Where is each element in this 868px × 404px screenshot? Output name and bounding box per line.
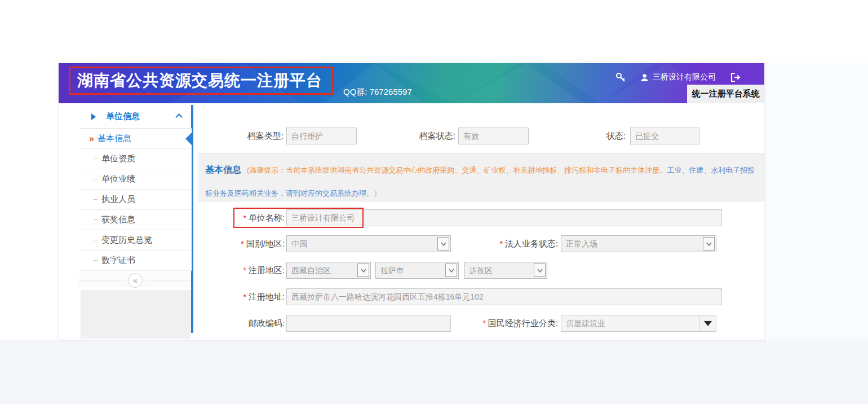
city-value: 拉萨市 — [380, 266, 404, 275]
region-city-select[interactable]: 拉萨市 — [375, 262, 459, 279]
chevron-down-icon — [445, 264, 457, 277]
sidebar-item-unit-qualification[interactable]: 单位资质 — [79, 149, 192, 169]
reg-address-label: *注册地址: — [198, 288, 285, 305]
section-title: 基本信息 — [205, 165, 241, 174]
country-select[interactable]: 中国 — [286, 235, 451, 252]
tab-label: 统一注册平台系统 — [692, 89, 760, 99]
postal-code-input[interactable] — [286, 315, 451, 332]
collapse-sidebar-button[interactable]: « — [128, 273, 143, 288]
postal-code-label: 邮政编码: — [198, 315, 285, 332]
legal-status-select[interactable]: 正常入场 — [561, 235, 716, 252]
sidebar-item-unit-performance[interactable]: 单位业绩 — [79, 169, 192, 190]
sidebar-item-digital-certificate[interactable]: 数字证书 — [79, 251, 192, 271]
chevron-down-icon — [437, 237, 449, 251]
notice-text-close: ） — [374, 189, 381, 197]
region-province-select[interactable]: 西藏自治区 — [286, 262, 371, 279]
sidebar-nav: 单位信息 » 基本信息 单位资质 单位业绩 执业人员 — [79, 105, 192, 287]
tree-tick — [94, 199, 98, 200]
sidebar-item-label: 基本信息 — [98, 133, 131, 144]
status-input[interactable]: 已提交 — [630, 128, 699, 144]
tree-tick — [94, 219, 98, 220]
sidebar-group-label: 单位信息 — [106, 111, 140, 122]
active-pointer-icon — [185, 131, 193, 147]
page-background-bottom — [0, 340, 868, 404]
tree-tick — [94, 179, 98, 179]
chevron-up-icon — [175, 113, 183, 121]
arrow-right-icon — [91, 113, 96, 120]
collapse-icon: « — [133, 276, 138, 285]
header-toolbar: 三桥设计有限公司 — [615, 69, 741, 85]
sidebar-item-awards[interactable]: 获奖信息 — [79, 210, 192, 230]
reg-address-input[interactable]: 西藏拉萨市八一路哈达滨河花园西区五排4栋16单元102 — [286, 288, 722, 305]
dropdown-arrow-icon — [699, 315, 716, 331]
sidebar-group-unit-info[interactable]: 单位信息 — [79, 105, 192, 129]
logout-icon[interactable] — [730, 73, 741, 82]
tree-tick — [94, 240, 98, 240]
chevron-down-icon — [534, 264, 546, 277]
industry-value: 房屋建筑业 — [566, 319, 605, 328]
key-icon[interactable] — [615, 72, 626, 82]
sidebar-item-practitioners[interactable]: 执业人员 — [79, 190, 192, 210]
country-label: *国别/地区: — [198, 235, 285, 252]
tab-unified-registration-system[interactable]: 统一注册平台系统 — [687, 85, 764, 103]
sidebar-footer-area — [81, 290, 191, 339]
industry-combo[interactable]: 房屋建筑业 — [561, 315, 716, 332]
archive-type-label: 档案类型: — [198, 128, 284, 144]
sidebar-item-basic-info[interactable]: » 基本信息 — [79, 129, 192, 149]
reg-region-label: *注册地区: — [198, 262, 285, 279]
sidebar-item-label: 变更历史总览 — [101, 235, 152, 245]
province-value: 西藏自治区 — [291, 266, 331, 275]
district-value: 达孜区 — [469, 266, 493, 275]
sidebar-item-label: 数字证书 — [101, 255, 135, 266]
main-content: 档案类型: 自行维护 档案状态: 有效 状态: 已提交 基本信息(温馨提示：当前… — [198, 105, 764, 340]
status-label: 状态: — [537, 128, 626, 144]
industry-label: *国民经济行业分类: — [446, 315, 558, 332]
sidebar-item-label: 单位业绩 — [101, 174, 135, 185]
sidebar-item-change-history[interactable]: 变更历史总览 — [79, 230, 192, 251]
user-account[interactable]: 三桥设计有限公司 — [640, 72, 716, 82]
divider — [79, 280, 126, 280]
user-icon — [640, 73, 649, 82]
unit-name-input[interactable]: 三桥设计有限公司 — [286, 209, 722, 226]
country-value: 中国 — [291, 239, 307, 248]
title-highlight-redbox: 湖南省公共资源交易统一注册平台 — [69, 67, 334, 95]
app-window: 湖南省公共资源交易统一注册平台 QQ群: 767265597 三桥设计有限公司 — [59, 63, 764, 340]
qq-group-text: QQ群: 767265597 — [343, 87, 412, 98]
app-header: 湖南省公共资源交易统一注册平台 QQ群: 767265597 三桥设计有限公司 — [59, 63, 764, 103]
tree-tick — [94, 159, 98, 159]
page-canvas: 湖南省公共资源交易统一注册平台 QQ群: 767265597 三桥设计有限公司 — [0, 0, 868, 404]
page-title: 湖南省公共资源交易统一注册平台 — [77, 70, 322, 91]
notice-text-orange: (温馨提示：当前本系统提供湖南省公共资源交易中心的政府采购、交通、矿业权、补充耕… — [247, 166, 667, 174]
archive-status-input[interactable]: 有效 — [458, 128, 529, 144]
archive-type-input[interactable]: 自行维护 — [286, 128, 357, 144]
archive-status-label: 档案状态: — [367, 128, 455, 144]
sidebar-collapse-row: « — [79, 273, 192, 287]
chevron-down-icon — [357, 264, 369, 277]
tree-tick — [94, 260, 98, 261]
sidebar-item-label: 获奖信息 — [101, 214, 135, 225]
divider — [145, 280, 192, 280]
legal-status-value: 正常入场 — [566, 239, 597, 248]
legal-status-label: *法人业务状态: — [469, 235, 558, 252]
user-company-name: 三桥设计有限公司 — [653, 72, 716, 82]
chevron-down-icon — [703, 237, 715, 251]
active-marker-icon: » — [89, 134, 94, 144]
basic-info-section-header: 基本信息(温馨提示：当前本系统提供湖南省公共资源交易中心的政府采购、交通、矿业权… — [198, 153, 764, 201]
sidebar-item-label: 单位资质 — [101, 153, 135, 164]
page-background-right — [764, 63, 868, 340]
unit-name-label: *单位名称: — [198, 209, 285, 226]
region-district-select[interactable]: 达孜区 — [464, 262, 547, 279]
sidebar-item-label: 执业人员 — [101, 194, 135, 205]
